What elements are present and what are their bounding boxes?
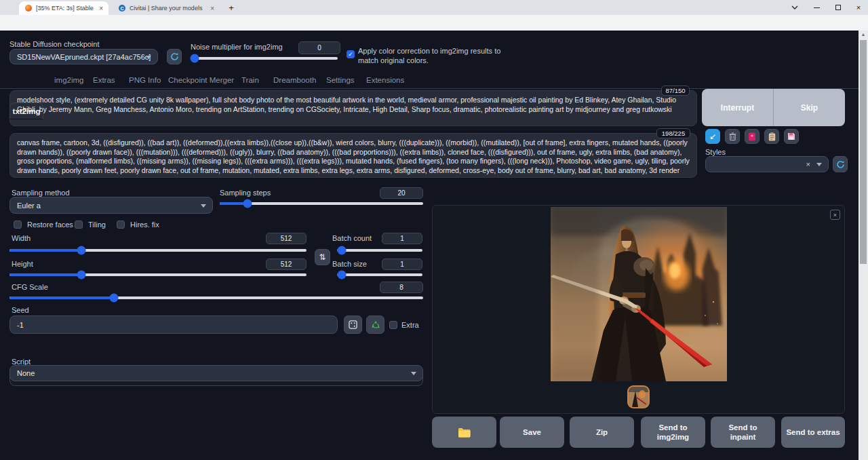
slider-thumb[interactable] <box>338 246 347 255</box>
width-label: Width <box>12 234 31 242</box>
seed-input[interactable]: -1 <box>9 315 338 334</box>
slider-thumb[interactable] <box>77 246 86 255</box>
prompt-token-counter: 87/150 <box>661 85 690 96</box>
interrupt-button[interactable]: Interrupt <box>702 89 774 126</box>
swap-dimensions-button[interactable]: ⇅ <box>315 249 330 265</box>
window-minimize-icon[interactable] <box>807 0 826 15</box>
noise-multiplier-label: Noise multiplier for img2img <box>191 43 283 51</box>
scrollbar-thumb[interactable] <box>860 40 867 264</box>
trash-icon <box>729 132 736 140</box>
styles-label: Styles <box>705 148 726 156</box>
tab-settings[interactable]: Settings <box>326 76 355 84</box>
browser-tab-title: [35% ETA: 3s] Stable Diffusion <box>36 5 95 12</box>
close-image-button[interactable]: × <box>830 210 840 220</box>
tab-txt2img[interactable]: txt2img <box>9 102 43 119</box>
script-dropdown[interactable]: None <box>9 365 423 381</box>
send-to-inpaint-button[interactable]: Send to inpaint <box>711 417 775 448</box>
tab-img2img[interactable]: img2img <box>54 76 83 84</box>
tab-close-icon[interactable]: × <box>210 5 214 12</box>
browser-tab-civitai[interactable]: C Civitai | Share your models × <box>113 1 220 15</box>
restore-faces-label: Restore faces <box>27 221 73 229</box>
clear-prompt-button[interactable] <box>725 129 740 144</box>
tab-close-icon[interactable]: × <box>99 5 103 12</box>
zip-button[interactable]: Zip <box>570 417 634 448</box>
sampling-steps-input[interactable]: 20 <box>380 187 423 199</box>
prompt-textarea[interactable]: modelshoot style, (extremely detailed CG… <box>9 90 697 126</box>
slider-thumb[interactable] <box>191 54 199 63</box>
batch-count-label: Batch count <box>332 234 372 242</box>
height-slider[interactable] <box>9 273 307 276</box>
checkpoint-dropdown[interactable]: SD15NewVAEpruned.ckpt [27a4ac756c] <box>9 49 158 64</box>
send-to-img2img-button[interactable]: Send to img2img <box>641 417 705 448</box>
cfg-scale-label: CFG Scale <box>12 283 48 291</box>
page-scrollbar[interactable]: ▲ <box>859 31 868 460</box>
chevron-down-icon <box>816 163 822 166</box>
batch-count-input[interactable]: 1 <box>382 233 422 244</box>
slider-thumb[interactable] <box>338 271 347 280</box>
browser-tab-sd[interactable]: [35% ETA: 3s] Stable Diffusion × <box>19 1 108 15</box>
tab-dreambooth[interactable]: Dreambooth <box>273 76 316 84</box>
send-to-extras-button[interactable]: Send to extras <box>781 417 845 448</box>
styles-refresh-button[interactable] <box>833 156 848 172</box>
tab-png-info[interactable]: PNG Info <box>129 76 161 84</box>
slider-thumb[interactable] <box>110 294 119 303</box>
window-chevron-icon[interactable] <box>785 0 804 15</box>
tab-train[interactable]: Train <box>241 76 259 84</box>
reuse-seed-button[interactable] <box>366 315 384 334</box>
extra-networks-button[interactable] <box>745 129 760 144</box>
checkpoint-refresh-button[interactable] <box>167 49 182 64</box>
sampling-steps-slider[interactable] <box>220 202 423 205</box>
close-icon: × <box>833 212 837 218</box>
checkpoint-label: Stable Diffusion checkpoint <box>9 40 100 48</box>
dice-icon <box>349 320 357 329</box>
restore-faces-checkbox[interactable] <box>14 221 22 229</box>
tab-checkpoint-merger[interactable]: Checkpoint Merger <box>168 76 234 84</box>
skip-button[interactable]: Skip <box>774 89 845 126</box>
noise-multiplier-input[interactable]: 0 <box>298 41 340 54</box>
hires-fix-checkbox[interactable] <box>117 221 125 229</box>
generated-image[interactable] <box>551 207 727 381</box>
tiling-checkbox[interactable] <box>75 221 83 229</box>
batch-size-slider[interactable] <box>337 273 422 276</box>
apply-styles-button[interactable] <box>764 129 779 144</box>
seed-label: Seed <box>12 306 29 314</box>
tab-extensions[interactable]: Extensions <box>366 76 404 84</box>
slider-thumb[interactable] <box>77 271 86 280</box>
chevron-down-icon <box>146 56 151 59</box>
window-restore-icon[interactable] <box>829 0 848 15</box>
cfg-scale-slider[interactable] <box>9 296 423 299</box>
window-close-icon[interactable]: × <box>849 0 868 15</box>
tab-extras[interactable]: Extras <box>93 76 115 84</box>
negative-prompt-textarea[interactable]: canvas frame, cartoon, 3d, ((disfigured)… <box>9 133 697 178</box>
height-label: Height <box>12 260 33 268</box>
batch-count-slider[interactable] <box>337 249 422 252</box>
save-button[interactable]: Save <box>500 417 564 448</box>
cfg-scale-input[interactable]: 8 <box>380 282 423 293</box>
browser-tab-strip: [35% ETA: 3s] Stable Diffusion × C Civit… <box>0 0 868 15</box>
extra-seed-checkbox[interactable] <box>389 321 397 329</box>
new-tab-icon[interactable]: + <box>224 0 239 15</box>
width-slider[interactable] <box>9 249 307 252</box>
sampling-method-label: Sampling method <box>12 189 70 197</box>
noise-multiplier-slider[interactable] <box>191 57 338 60</box>
open-folder-button[interactable] <box>432 417 496 448</box>
clear-selection-icon[interactable]: × <box>806 160 810 168</box>
save-style-button[interactable] <box>784 129 799 144</box>
height-input[interactable]: 512 <box>266 258 307 270</box>
scroll-up-icon[interactable]: ▲ <box>859 32 868 37</box>
random-seed-button[interactable] <box>344 315 362 334</box>
color-correction-checkbox[interactable]: ✓ <box>347 50 355 58</box>
styles-dropdown[interactable]: × <box>705 156 829 172</box>
screen: { "browser": { "tab1": "[35% ETA: 3s] St… <box>0 0 868 460</box>
gallery-thumbnail-selected[interactable] <box>627 385 650 408</box>
sampling-method-dropdown[interactable]: Euler a <box>9 197 213 214</box>
tiling-label: Tiling <box>88 221 106 229</box>
clipboard-icon <box>768 132 776 141</box>
slider-thumb[interactable] <box>243 199 252 208</box>
refresh-icon <box>836 160 845 169</box>
paste-generation-params-button[interactable]: ↙ <box>705 129 720 144</box>
batch-size-input[interactable]: 1 <box>382 258 422 270</box>
card-icon <box>748 132 756 141</box>
recycle-icon <box>371 320 380 329</box>
width-input[interactable]: 512 <box>266 233 307 244</box>
